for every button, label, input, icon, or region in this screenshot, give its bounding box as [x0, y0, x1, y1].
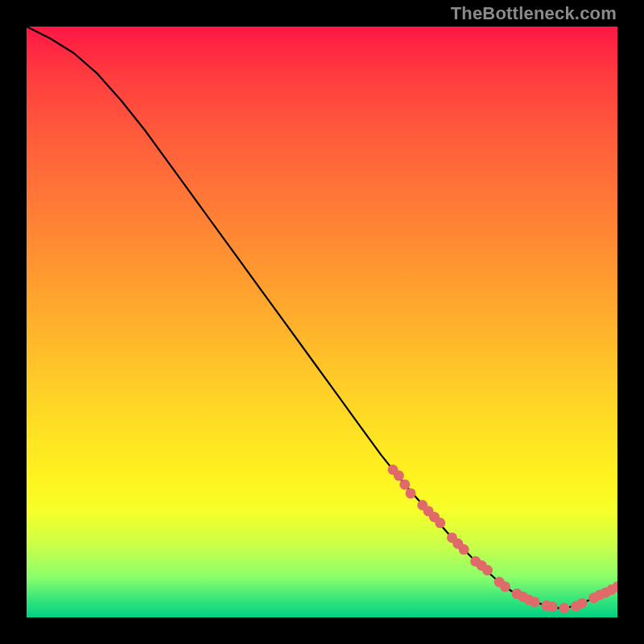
data-dot	[547, 601, 558, 612]
plot-area	[27, 27, 617, 617]
bottleneck-curve	[27, 27, 617, 617]
chart-stage: TheBottleneck.com	[0, 0, 644, 644]
data-dot	[559, 603, 569, 613]
data-dot	[459, 544, 469, 555]
data-dot	[394, 470, 404, 481]
data-dot	[577, 598, 588, 609]
data-dot	[435, 518, 445, 528]
curve-path	[27, 27, 617, 608]
data-dot	[399, 479, 410, 489]
data-dot	[530, 597, 540, 607]
data-dot	[500, 581, 510, 592]
watermark-label: TheBottleneck.com	[451, 3, 617, 24]
data-dot	[406, 488, 416, 498]
data-dot	[482, 565, 493, 576]
